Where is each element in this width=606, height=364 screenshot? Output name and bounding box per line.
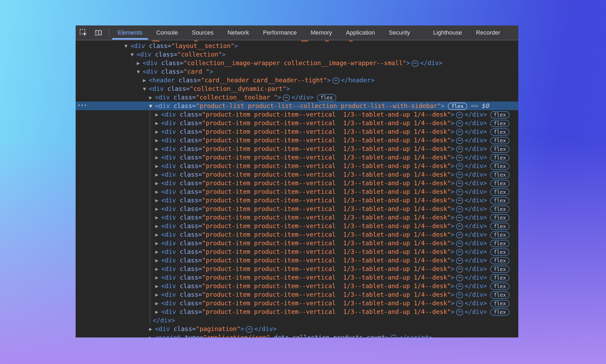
disclosure-triangle[interactable]: ▶ <box>155 188 161 196</box>
disclosure-triangle[interactable]: ▼ <box>143 85 149 93</box>
disclosure-triangle[interactable]: ▶ <box>137 59 143 68</box>
toggle-device-toolbar-icon[interactable] <box>94 28 102 37</box>
disclosure-triangle[interactable]: ▼ <box>131 50 136 59</box>
ellipsis-expander[interactable]: ⋯ <box>456 215 463 221</box>
tree-row-product-item[interactable]: ▶<div class="product-item product-item--… <box>76 299 518 307</box>
ellipsis-expander[interactable]: ⋯ <box>456 189 463 195</box>
disclosure-triangle[interactable]: ▶ <box>155 119 161 128</box>
tree-row-closing-div[interactable]: </div> <box>76 316 518 325</box>
disclosure-triangle[interactable]: ▶ <box>155 162 161 170</box>
flex-badge[interactable]: flex <box>490 171 509 179</box>
tree-row-product-item[interactable]: ▶<div class="product-item product-item--… <box>76 119 518 127</box>
ellipsis-expander[interactable]: ⋯ <box>456 155 463 161</box>
disclosure-triangle[interactable]: ▶ <box>155 299 161 308</box>
flex-badge[interactable]: flex <box>490 206 509 213</box>
ellipsis-expander[interactable]: ⋯ <box>390 335 397 338</box>
disclosure-triangle[interactable]: ▶ <box>155 110 161 119</box>
ellipsis-expander[interactable]: ⋯ <box>456 206 463 213</box>
tree-row-card-header[interactable]: ▶<header class="card__header card__heade… <box>76 76 518 84</box>
ellipsis-expander[interactable]: ⋯ <box>283 95 290 101</box>
flex-badge[interactable]: flex <box>490 231 509 239</box>
ellipsis-expander[interactable]: ⋯ <box>456 292 463 298</box>
tree-row-product-list-selected[interactable]: •••▼<div class="product-list product-lis… <box>76 102 518 110</box>
flex-badge[interactable]: flex <box>490 128 509 136</box>
ellipsis-expander[interactable]: ⋯ <box>456 309 463 315</box>
disclosure-triangle[interactable]: ▶ <box>143 76 149 85</box>
disclosure-triangle[interactable]: ▶ <box>155 205 161 213</box>
tree-row-product-item[interactable]: ▶<div class="product-item product-item--… <box>76 136 518 144</box>
ellipsis-expander[interactable]: ⋯ <box>456 258 463 264</box>
ellipsis-expander[interactable]: ⋯ <box>456 180 463 187</box>
ellipsis-expander[interactable]: ⋯ <box>456 129 463 135</box>
ellipsis-expander[interactable]: ⋯ <box>456 198 463 204</box>
flex-badge[interactable]: flex <box>490 120 509 127</box>
tree-row-product-item[interactable]: ▶<div class="product-item product-item--… <box>76 222 518 230</box>
tree-row-product-item[interactable]: ▶<div class="product-item product-item--… <box>76 230 518 239</box>
flex-badge[interactable]: flex <box>317 94 336 101</box>
tree-row-product-item[interactable]: ▶<div class="product-item product-item--… <box>76 110 518 119</box>
tree-row-collection-image-wrapper[interactable]: ▶<div class="collection__image-wrapper c… <box>76 59 518 67</box>
flex-badge[interactable]: flex <box>490 283 509 290</box>
ellipsis-expander[interactable]: ⋯ <box>456 266 463 273</box>
tree-row-product-item[interactable]: ▶<div class="product-item product-item--… <box>76 290 518 299</box>
ellipsis-expander[interactable]: ⋯ <box>456 146 463 153</box>
disclosure-triangle[interactable]: ▶ <box>155 128 161 136</box>
flex-badge[interactable]: flex <box>490 291 509 299</box>
ellipsis-expander[interactable]: ⋯ <box>456 249 463 255</box>
tree-row-product-item[interactable]: ▶<div class="product-item product-item--… <box>76 153 518 162</box>
tab-memory[interactable]: Memory <box>304 25 339 40</box>
tab-application[interactable]: Application <box>339 25 382 40</box>
tab-elements[interactable]: Elements <box>111 25 149 40</box>
ellipsis-expander[interactable]: ⋯ <box>332 77 339 84</box>
flex-badge[interactable]: flex <box>490 300 509 307</box>
ellipsis-expander[interactable]: ⋯ <box>412 60 419 67</box>
ellipsis-expander[interactable]: ⋯ <box>456 112 463 118</box>
tree-row-product-item[interactable]: ▶<div class="product-item product-item--… <box>76 239 518 247</box>
ellipsis-expander[interactable]: ⋯ <box>456 223 463 230</box>
flex-badge[interactable]: flex <box>490 137 509 144</box>
tree-row-product-item[interactable]: ▶<div class="product-item product-item--… <box>76 144 518 153</box>
tree-row-collection-toolbar[interactable]: ▶<div class="collection__toolbar ">⋯</di… <box>76 93 518 102</box>
disclosure-triangle[interactable]: ▶ <box>149 325 155 333</box>
disclosure-triangle[interactable]: ▶ <box>155 222 161 231</box>
tab-performance[interactable]: Performance <box>256 25 304 40</box>
flex-badge[interactable]: flex <box>490 180 509 187</box>
tree-row-product-item[interactable]: ▶<div class="product-item product-item--… <box>76 273 518 282</box>
flex-badge[interactable]: flex <box>490 257 509 264</box>
tab-network[interactable]: Network <box>220 25 256 40</box>
disclosure-triangle[interactable]: ▼ <box>124 42 130 50</box>
tree-row-script-json[interactable]: ▶<script type="application/json" data-co… <box>76 333 518 337</box>
disclosure-triangle[interactable]: ▶ <box>155 273 161 282</box>
tree-row-product-item[interactable]: ▶<div class="product-item product-item--… <box>76 196 518 205</box>
tree-row-product-item[interactable]: ▶<div class="product-item product-item--… <box>76 205 518 213</box>
ellipsis-expander[interactable]: ⋯ <box>456 120 463 127</box>
ellipsis-expander[interactable]: ⋯ <box>456 300 463 307</box>
flex-badge[interactable]: flex <box>490 111 509 118</box>
disclosure-triangle[interactable]: ▶ <box>155 291 161 299</box>
tree-row-product-item[interactable]: ▶<div class="product-item product-item--… <box>76 213 518 222</box>
disclosure-triangle[interactable]: ▶ <box>155 179 161 188</box>
tab-console[interactable]: Console <box>149 25 185 40</box>
disclosure-triangle[interactable]: ▶ <box>149 333 155 337</box>
disclosure-triangle[interactable]: ▶ <box>155 153 161 162</box>
disclosure-triangle[interactable]: ▼ <box>149 102 155 110</box>
disclosure-triangle[interactable]: ▶ <box>155 213 161 222</box>
flex-badge[interactable]: flex <box>490 188 509 196</box>
flex-badge[interactable]: flex <box>490 223 509 230</box>
disclosure-triangle[interactable]: ▶ <box>155 231 161 239</box>
ellipsis-expander[interactable]: ⋯ <box>456 275 463 281</box>
flex-badge[interactable]: flex <box>448 103 467 110</box>
tree-row-product-item[interactable]: ▶<div class="product-item product-item--… <box>76 179 518 187</box>
flex-badge[interactable]: flex <box>490 274 509 281</box>
flex-badge[interactable]: flex <box>490 214 509 221</box>
flex-badge[interactable]: flex <box>490 240 509 247</box>
ellipsis-expander[interactable]: ⋯ <box>456 232 463 238</box>
tree-row-product-item[interactable]: ▶<div class="product-item product-item--… <box>76 187 518 196</box>
tree-row-product-item[interactable]: ▶<div class="product-item product-item--… <box>76 307 518 316</box>
tab-lighthouse[interactable]: Lighthouse <box>426 25 469 40</box>
disclosure-triangle[interactable]: ▶ <box>149 93 155 102</box>
disclosure-triangle[interactable]: ▶ <box>155 136 161 145</box>
ellipsis-expander[interactable]: ⋯ <box>456 138 463 144</box>
ellipsis-expander[interactable]: ⋯ <box>456 172 463 178</box>
tree-row-product-item[interactable]: ▶<div class="product-item product-item--… <box>76 247 518 256</box>
